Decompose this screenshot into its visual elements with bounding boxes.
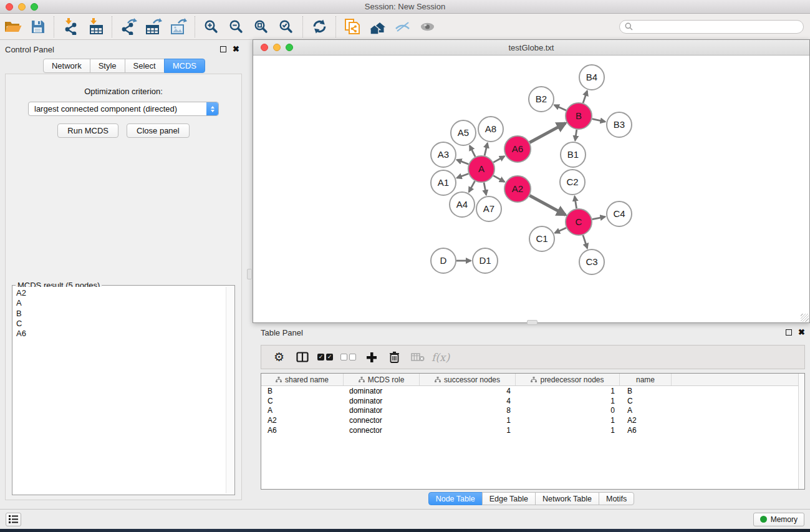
table-scrollbar[interactable] (798, 374, 804, 489)
minimize-window-button[interactable] (18, 3, 26, 11)
graph-edge-A-A4[interactable] (469, 181, 475, 191)
graph-node-label-B: B (576, 110, 582, 121)
tab-mcds[interactable]: MCDS (164, 59, 205, 73)
select-all-button[interactable]: ✓✓ (314, 347, 337, 367)
add-column-button[interactable] (360, 347, 383, 367)
column-chooser-button[interactable] (291, 347, 314, 367)
graph-edge-B-B3[interactable] (592, 119, 605, 122)
save-floppy-icon (31, 19, 45, 34)
control-panel-tabs: Network Style Select MCDS (5, 59, 243, 73)
toolbar-separator (335, 16, 336, 37)
result-scrollbar[interactable] (226, 287, 233, 493)
run-mcds-button[interactable]: Run MCDS (57, 123, 118, 138)
tab-motifs[interactable]: Motifs (599, 492, 634, 505)
tab-node-table[interactable]: Node Table (428, 492, 483, 505)
result-item[interactable]: A6 (16, 329, 226, 339)
zoom-out-button[interactable] (225, 16, 248, 38)
graph-edge-A-A2[interactable] (493, 176, 504, 182)
show-hide-button[interactable] (416, 16, 438, 38)
result-item[interactable]: B (16, 309, 226, 319)
graph-edge-A-A7[interactable] (484, 183, 486, 195)
network-close-button[interactable] (261, 44, 268, 51)
graph-edge-B-B2[interactable] (554, 105, 566, 110)
network-file-button[interactable] (341, 16, 364, 38)
zoom-selected-button[interactable] (275, 16, 297, 38)
network-minimize-button[interactable] (273, 44, 281, 51)
table-panel-title: Table Panel (261, 328, 303, 337)
table-row[interactable]: A6connector 11 A6 (261, 425, 804, 435)
graph-edge-C-C4[interactable] (592, 217, 605, 220)
graph-edge-B-B1[interactable] (575, 130, 577, 140)
close-window-button[interactable] (6, 3, 13, 11)
network-graph[interactable]: B4B2BB3A5A8A6B1A3AC2A1A2A4A7C4CC1DD1C3 (254, 56, 809, 322)
tab-network[interactable]: Network (43, 59, 90, 73)
table-row[interactable]: Cdominator 41 C (261, 396, 804, 406)
search-field[interactable] (619, 20, 804, 34)
graph-edge-A-A6[interactable] (493, 157, 504, 163)
network-canvas[interactable]: B4B2BB3A5A8A6B1A3AC2A1A2A4A7C4CC1DD1C3 (254, 56, 809, 322)
save-session-button[interactable] (26, 16, 49, 38)
graph-node-label-C2: C2 (566, 177, 578, 187)
result-item[interactable]: A (16, 298, 226, 308)
network-zoom-button[interactable] (286, 44, 293, 51)
network-window-titlebar[interactable]: testGlobe.txt (253, 40, 809, 56)
deselect-all-button[interactable] (337, 347, 360, 367)
vertical-splitter-handle[interactable] (247, 269, 252, 279)
graph-edge-C-C2[interactable] (575, 196, 577, 209)
export-network-button[interactable] (117, 16, 140, 38)
mcds-result-list[interactable]: A2 A B C A6 (14, 287, 226, 493)
app-titlebar: Session: New Session (0, 0, 810, 14)
close-table-panel-icon[interactable]: ✖ (798, 329, 805, 336)
import-network-button[interactable] (59, 16, 82, 38)
column-header-mcds-role[interactable]: MCDS role (344, 374, 420, 385)
graph-edge-A-A3[interactable] (457, 160, 469, 164)
float-table-panel-icon[interactable] (786, 329, 792, 336)
graph-edge-B-B4[interactable] (583, 91, 587, 103)
delete-table-button[interactable] (406, 347, 429, 367)
tab-network-table[interactable]: Network Table (535, 492, 599, 505)
graph-edge-A2-C[interactable] (529, 195, 566, 215)
export-table-button[interactable] (142, 16, 165, 38)
tab-style[interactable]: Style (90, 59, 125, 73)
float-panel-icon[interactable] (220, 46, 226, 52)
table-row[interactable]: A2connector 11 A2 (261, 415, 804, 425)
table-row[interactable]: Adominator 80 A (261, 406, 804, 416)
zoom-window-button[interactable] (31, 3, 38, 11)
table-settings-button[interactable]: ⚙ (268, 347, 291, 367)
tab-edge-table[interactable]: Edge Table (482, 492, 536, 505)
graph-edge-C-C3[interactable] (583, 235, 587, 248)
home-button[interactable] (366, 16, 388, 38)
close-panel-icon[interactable]: ✖ (233, 46, 239, 52)
import-table-button[interactable] (84, 16, 107, 38)
open-session-button[interactable] (1, 16, 24, 38)
result-item[interactable]: C (16, 319, 226, 329)
graph-edge-A-A5[interactable] (470, 146, 475, 157)
delete-column-button[interactable] (383, 347, 406, 367)
result-item[interactable]: A2 (16, 288, 226, 298)
export-image-button[interactable] (167, 16, 190, 38)
zoom-fit-button[interactable] (250, 16, 272, 38)
column-header-name[interactable]: name (620, 374, 672, 385)
resize-grip-icon[interactable] (801, 314, 809, 322)
eye-icon (419, 21, 436, 33)
show-panels-button[interactable] (6, 513, 21, 526)
column-header-shared-name[interactable]: shared name (261, 374, 344, 385)
graph-edge-A-A1[interactable] (457, 173, 469, 178)
refresh-network-button[interactable] (308, 16, 330, 38)
graph-edge-C-C1[interactable] (555, 228, 566, 233)
horizontal-splitter-handle[interactable] (527, 320, 538, 325)
graph-edge-A6-B[interactable] (529, 123, 566, 142)
column-header-successor-nodes[interactable]: successor nodes (420, 374, 516, 385)
node-table-body: Bdominator 41 B Cdominator 41 C Adominat… (261, 386, 804, 435)
tab-select[interactable]: Select (125, 59, 165, 73)
memory-button[interactable]: Memory (753, 513, 804, 526)
column-header-predecessor-nodes[interactable]: predecessor nodes (516, 374, 620, 385)
toggle-graphics-details-button[interactable] (391, 16, 413, 38)
criterion-dropdown[interactable]: largest connected component (directed) (28, 102, 219, 116)
function-builder-button[interactable]: f(x) (429, 347, 452, 367)
zoom-in-button[interactable] (200, 16, 223, 38)
table-row[interactable]: Bdominator 41 B (261, 386, 804, 396)
close-panel-button[interactable]: Close panel (127, 123, 190, 138)
graph-edge-A-A8[interactable] (485, 143, 488, 155)
search-input[interactable] (633, 22, 798, 31)
